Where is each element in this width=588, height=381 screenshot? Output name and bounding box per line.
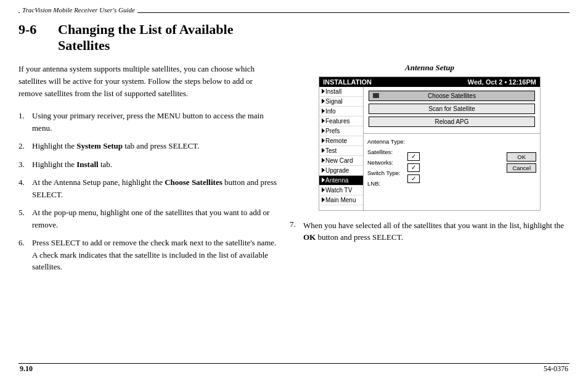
sidebar-item-features[interactable]: Features [319,117,363,126]
ui-titlebar-left: INSTALLATION [323,78,372,86]
sidebar-item-remote[interactable]: Remote [319,136,363,146]
sidebar-item-upgrade[interactable]: Upgrade [319,166,363,176]
step-3-num: 3. [18,158,32,171]
step-6-text: Press SELECT to add or remove the check … [32,237,277,273]
ui-body: Install Signal Info Features Prefs Remot… [319,87,540,210]
label-switch-type: Switch Type: [367,168,405,178]
choose-satellites-label: Choose Satellites [428,92,476,99]
header-text: TracVision Mobile Receiver User's Guide [20,6,137,14]
scan-satellite-label: Scan for Satellite [428,105,475,112]
cancel-button[interactable]: Cancel [507,163,536,173]
sidebar-item-antenna[interactable]: Antenna [319,176,363,186]
ui-info-panel: Antenna Type: Satellites: Networks: Swit… [364,134,540,191]
step-2-text: Highlight the System Setup tab and press… [32,140,277,152]
content: 9-6 Changing the List of Available Satel… [18,22,570,356]
ui-buttons-panel: Choose Satellites Scan for Satellite Rel… [364,87,540,134]
chapter-number: 9-6 [18,22,48,38]
check-row-switch: ✓ [407,163,503,172]
step-4-text: At the Antenna Setup pane, highlight the… [32,176,277,200]
label-networks: Networks: [367,157,405,168]
ui-titlebar: INSTALLATION Wed, Oct 2 • 12:16PM [319,77,540,87]
step-7-text: When you have selected all of the satell… [303,219,570,244]
steps-list: 1. Using your primary receiver, press th… [18,110,277,273]
ok-button[interactable]: OK [507,152,536,162]
step-4: 4. At the Antenna Setup pane, highlight … [18,176,277,200]
ui-sidebar: Install Signal Info Features Prefs Remot… [319,87,364,210]
check-networks[interactable]: ✓ [407,152,420,161]
scan-for-satellite-button[interactable]: Scan for Satellite [369,104,535,114]
sidebar-item-test[interactable]: Test [319,146,363,156]
choose-satellites-button[interactable]: Choose Satellites [369,91,535,101]
step-7-section: 7. When you have selected all of the sat… [290,219,570,244]
two-column-layout: If your antenna system supports multiple… [18,63,570,356]
sidebar-item-install[interactable]: Install [319,87,363,97]
bottom-border [18,363,570,364]
label-lnb: LNB: [367,178,405,189]
sidebar-item-signal[interactable]: Signal [319,97,363,107]
right-column: Antenna Setup INSTALLATION Wed, Oct 2 • … [290,63,570,356]
step-6-num: 6. [18,237,32,249]
chapter-title: Changing the List of Available Satellite… [58,22,233,54]
check-row-networks: ✓ [407,152,503,161]
button-icon [373,93,379,98]
reload-apg-label: Reload APG [435,118,468,125]
doc-number: 54-0376 [544,364,568,374]
left-column: If your antenna system supports multiple… [18,63,277,356]
step-5-text: At the pop-up menu, highlight one of the… [32,207,277,231]
step-1: 1. Using your primary receiver, press th… [18,110,277,134]
page-number: 9.10 [20,364,33,374]
step-7: 7. When you have selected all of the sat… [290,219,570,244]
check-lnb[interactable]: ✓ [407,174,420,183]
intro-paragraph: If your antenna system supports multiple… [18,63,277,100]
step-3: 3. Highlight the Install tab. [18,158,277,171]
check-row-lnb: ✓ [407,174,503,183]
chapter-title-line1: Changing the List of Available [58,22,233,37]
ui-main-panel: Choose Satellites Scan for Satellite Rel… [364,87,540,210]
diagram-label: Antenna Setup [405,63,454,73]
step-1-text: Using your primary receiver, press the M… [32,110,277,134]
ui-labels: Antenna Type: Satellites: Networks: Swit… [367,136,405,189]
step-5: 5. At the pop-up menu, highlight one of … [18,207,277,231]
chapter-title-line2: Satellites [58,38,110,53]
reload-apg-button[interactable]: Reload APG [369,117,535,127]
sidebar-item-info[interactable]: Info [319,107,363,117]
step-6: 6. Press SELECT to add or remove the che… [18,237,277,273]
ui-ok-cancel: OK Cancel [507,136,536,189]
title-section: 9-6 Changing the List of Available Satel… [18,22,570,54]
sidebar-item-watchtv[interactable]: Watch TV [319,186,363,195]
step-7-num: 7. [290,219,303,229]
step-2: 2. Highlight the System Setup tab and pr… [18,140,277,152]
sidebar-item-newcard[interactable]: New Card [319,156,363,166]
step-3-text: Highlight the Install tab. [32,158,277,171]
step-1-num: 1. [18,110,32,122]
antenna-setup-frame: INSTALLATION Wed, Oct 2 • 12:16PM Instal… [319,76,541,211]
check-switch[interactable]: ✓ [407,163,420,172]
label-satellites: Satellites: [367,147,405,157]
step-5-num: 5. [18,207,32,219]
ui-titlebar-right: Wed, Oct 2 • 12:16PM [468,78,536,86]
label-antenna-type: Antenna Type: [367,136,405,147]
step-4-num: 4. [18,176,32,189]
sidebar-item-prefs[interactable]: Prefs [319,126,363,136]
step-2-num: 2. [18,140,32,152]
sidebar-item-mainmenu[interactable]: Main Menu [319,195,363,205]
